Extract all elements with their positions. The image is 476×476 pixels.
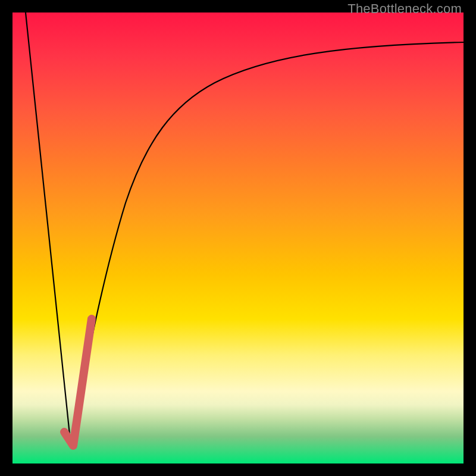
- watermark-text: TheBottleneck.com: [347, 1, 462, 17]
- chart-lines-layer: [12, 12, 464, 464]
- series-descending-line: [26, 12, 71, 446]
- chart-frame: TheBottleneck.com: [0, 0, 476, 476]
- series-rising-curve: [71, 42, 464, 446]
